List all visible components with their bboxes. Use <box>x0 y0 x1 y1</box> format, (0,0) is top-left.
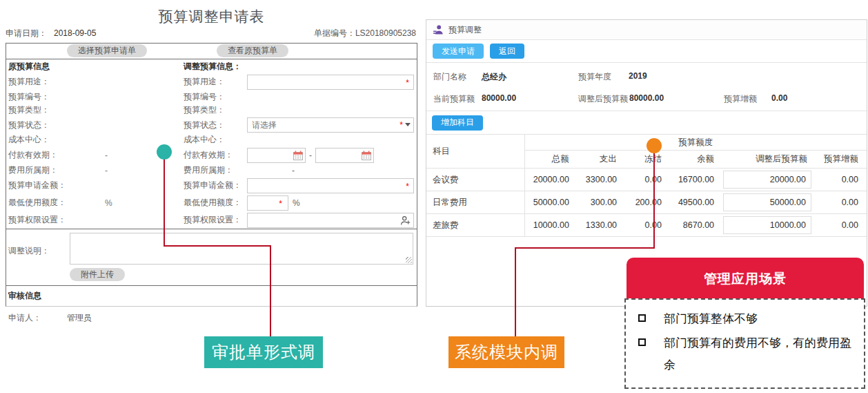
module-toolbar: 发送申请 返回 <box>426 40 867 63</box>
audit-section-title: 审核信息 <box>8 290 417 305</box>
year-label: 预算年度 <box>578 71 611 83</box>
year-value: 2019 <box>629 71 647 81</box>
connector-line <box>164 245 271 247</box>
scenario-title: 管理应用场景 <box>627 258 864 298</box>
square-bullet-icon <box>638 338 646 346</box>
attachment-upload-button[interactable]: 附件上传 <box>70 268 125 281</box>
table-row: 会议费 20000.00 3300.00 0.00 16700.00 20000… <box>426 169 867 191</box>
col-header-balance: 余额 <box>670 151 722 169</box>
add-subject-button[interactable]: 增加科目 <box>432 115 483 131</box>
orig-minquota-label: 最低使用额度： <box>8 197 105 209</box>
applicant-value: 管理员 <box>67 312 92 324</box>
balance-cell: 16700.00 <box>670 169 722 191</box>
frozen-cell: 200.00 <box>625 191 670 214</box>
min-quota-input[interactable]: * <box>247 195 288 211</box>
doc-no-label: 单据编号： <box>314 28 355 38</box>
calendar-icon[interactable] <box>293 151 303 160</box>
spent-cell: 3300.00 <box>578 169 625 191</box>
back-button[interactable]: 返回 <box>490 44 524 59</box>
status-select[interactable]: 请选择 * <box>247 117 414 133</box>
col-header-spent: 支出 <box>578 151 625 169</box>
status-select-value: 请选择 <box>252 119 277 131</box>
current-budget-label: 当前预算额 <box>433 93 475 105</box>
view-original-budget-button[interactable]: 查看原预算单 <box>217 44 288 57</box>
adj-purpose-label: 预算用途： <box>184 76 247 88</box>
form-title: 预算调整申请表 <box>6 7 417 26</box>
orig-payperiod-value: - <box>105 151 108 160</box>
spent-cell: 1330.00 <box>578 214 625 237</box>
orig-amount-label: 预算申请金额： <box>8 180 105 191</box>
spent-cell: 300.00 <box>578 191 625 214</box>
frozen-cell: 0.00 <box>625 214 670 237</box>
budget-adjust-form: 选择预算申请单 查看原预算单 原预算信息 调整预算信息： 预算用途： 预算用途：… <box>6 43 417 307</box>
remark-section: 调整说明： 附件上传 <box>6 229 417 285</box>
total-cell: 10000.00 <box>524 214 578 237</box>
range-dash: - <box>309 151 312 160</box>
total-cell: 50000.00 <box>524 191 578 214</box>
apply-date-value: 2018-09-05 <box>54 28 96 38</box>
square-bullet-icon <box>638 314 646 322</box>
connector-line <box>515 247 516 336</box>
scenario-item-text: 部门预算整体不够 <box>664 308 758 329</box>
scenario-box: 部门预算整体不够 部门预算有的费用不够，有的费用盈余 <box>624 298 865 389</box>
increase-cell: 0.00 <box>816 214 867 237</box>
audit-section: 审核信息 申请人： 管理员 <box>6 285 417 324</box>
adj-payperiod-label: 付款有效期： <box>184 149 247 161</box>
orig-purpose-label: 预算用途： <box>8 76 105 88</box>
purpose-input[interactable]: * <box>247 75 414 90</box>
balance-cell: 49500.00 <box>670 191 722 214</box>
connector-line <box>164 158 165 246</box>
subject-cell: 会议费 <box>426 169 524 191</box>
budget-table: 科目 预算额度 总额 支出 冻结 余额 调整后预算额 预算增额 会议费 2000… <box>426 134 867 237</box>
increase-label: 预算增额 <box>724 93 757 105</box>
adj-type-label: 预算类型： <box>184 104 247 116</box>
table-row: 差旅费 10000.00 1330.00 0.00 8670.00 10000.… <box>426 214 867 237</box>
table-row: 日常费用 50000.00 300.00 200.00 49500.00 500… <box>426 191 867 214</box>
required-star: * <box>406 182 409 191</box>
pay-period-end-input[interactable] <box>315 148 374 163</box>
remark-textarea[interactable] <box>70 233 413 265</box>
adjusted-budget-input[interactable]: 50000.00 <box>723 193 811 211</box>
dept-label: 部门名称 <box>433 71 466 83</box>
scenario-item: 部门预算有的费用不够，有的费用盈余 <box>634 332 854 376</box>
required-star: * <box>400 120 403 130</box>
adjust-section-title: 调整预算信息： <box>184 61 241 73</box>
adjusted-budget-input[interactable]: 20000.00 <box>723 171 811 189</box>
module-title: 预算调整 <box>448 24 482 36</box>
add-person-icon[interactable] <box>400 215 411 226</box>
module-title-bar: 预算调整 <box>426 20 867 40</box>
adj-amount-label: 预算申请金额： <box>184 180 247 191</box>
orig-status-label: 预算状态： <box>8 119 105 131</box>
required-star: * <box>279 199 282 209</box>
orange-marker-dot <box>647 138 662 153</box>
frozen-cell: 0.00 <box>625 169 670 191</box>
increase-cell: 0.00 <box>816 191 867 214</box>
orig-minquota-value: % <box>105 198 112 208</box>
person-icon <box>433 24 444 35</box>
connector-line <box>515 247 655 249</box>
adj-expenseperiod-label: 费用所属期： <box>184 164 247 176</box>
adjusted-budget-input[interactable]: 10000.00 <box>723 216 811 234</box>
adj-minquota-label: 最低使用额度： <box>184 197 247 209</box>
summary-info: 部门名称 总经办 预算年度 2019 当前预算额 80000.00 调整后预算额… <box>426 63 867 111</box>
budget-permission-input[interactable] <box>247 213 414 228</box>
col-header-adjusted: 调整后预算额 <box>722 151 816 169</box>
adj-permission-label: 预算权限设置： <box>184 214 247 226</box>
pay-period-start-input[interactable] <box>247 148 306 163</box>
adjusted-budget-label: 调整后预算额 <box>578 93 628 105</box>
adj-code-label: 预算编号： <box>184 91 247 103</box>
request-amount-input[interactable]: * <box>247 178 414 193</box>
orig-permission-label: 预算权限设置： <box>8 214 105 226</box>
select-budget-request-button[interactable]: 选择预算申请单 <box>67 44 147 57</box>
send-request-button[interactable]: 发送申请 <box>433 44 484 59</box>
scenario-item: 部门预算整体不够 <box>634 308 854 329</box>
apply-date: 申请日期：2018-09-05 <box>6 28 96 39</box>
adjusted-budget-value: 80000.00 <box>629 93 664 103</box>
calendar-icon[interactable] <box>362 151 371 160</box>
resize-grip[interactable] <box>406 257 412 263</box>
required-star: * <box>406 78 409 88</box>
applicant-label: 申请人： <box>8 312 67 324</box>
remark-label: 调整说明： <box>8 233 70 265</box>
orig-expenseperiod-label: 费用所属期： <box>8 164 105 176</box>
doc-no: 单据编号：LS20180905238 <box>314 28 416 39</box>
